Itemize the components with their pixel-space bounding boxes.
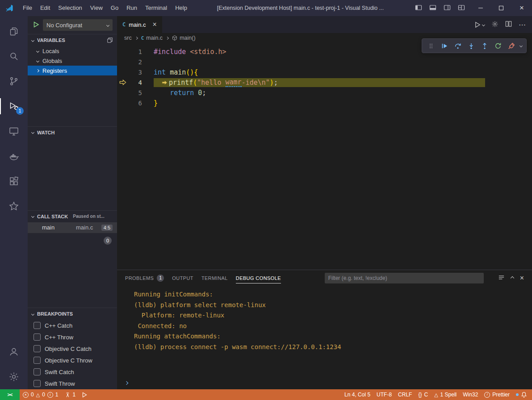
console-input-row[interactable] <box>117 377 532 389</box>
toggle-secondary-sidebar-icon[interactable] <box>444 4 451 12</box>
editor-group: C main.c × ⋯ srcCmain.cmain() <box>117 16 532 389</box>
menu-view[interactable]: View <box>86 0 107 16</box>
code-line[interactable]: 5 return 0; <box>117 88 532 98</box>
ports-status[interactable]: 1 <box>62 389 79 400</box>
status-platform[interactable]: Win32 <box>460 389 481 400</box>
editor-settings-gear-icon[interactable] <box>491 21 498 29</box>
checkbox[interactable] <box>34 333 41 341</box>
panel-tab-debug-console[interactable]: DEBUG CONSOLE <box>236 270 281 286</box>
favorites-star-icon[interactable] <box>0 194 28 219</box>
code-line[interactable]: 4 printf("hello wamr-ide\n"); <box>117 77 532 88</box>
line-number[interactable]: 1 <box>129 48 142 55</box>
line-number[interactable]: 4 <box>129 79 142 86</box>
menu-selection[interactable]: Selection <box>54 0 86 16</box>
call-stack-section-header[interactable]: CALL STACK Paused on st... <box>28 211 117 222</box>
step-out-icon[interactable] <box>478 43 490 52</box>
line-number[interactable]: 6 <box>129 100 142 107</box>
checkbox[interactable] <box>34 357 41 364</box>
debug-config-dropdown[interactable]: No Configurat <box>43 19 113 31</box>
remote-indicator[interactable]: >< <box>0 389 20 400</box>
variables-section-header[interactable]: VARIABLES <box>28 34 117 46</box>
console-options-icon[interactable] <box>498 274 505 282</box>
extensions-icon[interactable] <box>0 169 28 194</box>
menu-run[interactable]: Run <box>122 0 141 16</box>
console-filter-input[interactable] <box>325 273 484 283</box>
tab-close-icon[interactable]: × <box>153 21 157 28</box>
tab-main-c[interactable]: C main.c × <box>117 16 162 33</box>
breadcrumb-main[interactable]: main() <box>172 35 195 41</box>
maximize-panel-icon[interactable] <box>510 276 514 279</box>
variable-group-locals[interactable]: Locals <box>28 46 117 56</box>
code-line[interactable]: 3int main(){ <box>117 67 532 77</box>
breakpoint-swift-throw[interactable]: Swift Throw <box>28 378 117 389</box>
split-editor-icon[interactable] <box>505 21 512 29</box>
variable-group-registers[interactable]: Registers <box>28 66 117 75</box>
settings-gear-icon[interactable] <box>0 364 28 389</box>
code-editor[interactable]: 1#include <stdio.h>23int main(){4 printf… <box>117 43 532 270</box>
customize-layout-icon[interactable] <box>458 4 465 12</box>
continue-icon[interactable] <box>438 43 450 52</box>
problems-status[interactable]: × 0 △ 0 i 1 <box>20 389 62 400</box>
line-number[interactable]: 3 <box>129 69 142 76</box>
chevron-down-icon[interactable] <box>519 44 523 47</box>
toggle-panel-icon[interactable] <box>429 4 436 12</box>
code-line[interactable]: 6} <box>117 98 532 108</box>
status-eol[interactable]: CRLF <box>395 389 415 400</box>
checkbox[interactable] <box>34 322 41 329</box>
status-spell[interactable]: △1 Spell <box>431 389 460 400</box>
restart-icon[interactable] <box>492 43 504 52</box>
menu-help[interactable]: Help <box>171 0 191 16</box>
line-number[interactable]: 2 <box>129 58 142 66</box>
start-debug-icon[interactable] <box>33 21 39 29</box>
breakpoint-c-throw[interactable]: C++ Throw <box>28 331 117 343</box>
disconnect-icon[interactable] <box>505 43 517 52</box>
variable-group-globals[interactable]: Globals <box>28 56 117 66</box>
breakpoint-swift-catch[interactable]: Swift Catch <box>28 366 117 378</box>
run-or-debug-button[interactable] <box>474 21 485 28</box>
menu-file[interactable]: File <box>19 0 36 16</box>
line-number[interactable]: 5 <box>129 89 142 96</box>
breakpoint-c-catch[interactable]: C++ Catch <box>28 320 117 331</box>
breadcrumb-src[interactable]: src <box>124 35 132 41</box>
more-actions-icon[interactable]: ⋯ <box>519 21 526 29</box>
checkbox[interactable] <box>34 380 41 387</box>
status-formatter[interactable]: /Prettier <box>481 389 513 400</box>
maximize-button[interactable] <box>491 0 511 16</box>
breakpoint-glyph-margin[interactable] <box>117 79 129 85</box>
watch-section-header[interactable]: WATCH <box>28 127 117 138</box>
run-and-debug-icon[interactable]: 1 <box>0 94 28 119</box>
toggle-sidebar-icon[interactable] <box>415 4 422 12</box>
step-over-icon[interactable] <box>452 43 464 52</box>
close-panel-icon[interactable]: × <box>520 274 524 282</box>
menu-go[interactable]: Go <box>107 0 122 16</box>
panel-tab-output[interactable]: OUTPUT <box>172 270 193 286</box>
docker-icon[interactable] <box>0 144 28 169</box>
step-into-icon[interactable] <box>465 43 477 52</box>
code-line[interactable]: 2 <box>117 57 532 67</box>
status-cursor-position[interactable]: Ln 4, Col 5 <box>341 389 373 400</box>
status-language-mode[interactable]: {}C <box>415 389 431 400</box>
stack-frame-row[interactable]: main main.c 4:5 <box>28 222 117 233</box>
panel-tab-terminal[interactable]: TERMINAL <box>201 270 228 286</box>
remote-explorer-icon[interactable] <box>0 119 28 144</box>
breadcrumb-main-c[interactable]: Cmain.c <box>141 35 163 41</box>
variables-actions-icon[interactable] <box>107 37 113 43</box>
toolbar-drag-grip[interactable] <box>425 43 437 52</box>
status-encoding[interactable]: UTF-8 <box>373 389 395 400</box>
search-icon[interactable] <box>0 44 28 69</box>
checkbox[interactable] <box>34 345 41 352</box>
close-button[interactable]: × <box>511 0 532 16</box>
explorer-icon[interactable] <box>0 19 28 44</box>
menu-terminal[interactable]: Terminal <box>141 0 171 16</box>
notifications[interactable] <box>513 389 530 400</box>
breakpoint-objective-c-throw[interactable]: Objective C Throw <box>28 354 117 366</box>
panel-tab-problems[interactable]: PROBLEMS1 <box>125 270 164 286</box>
menu-edit[interactable]: Edit <box>36 0 54 16</box>
debug-status-icon[interactable] <box>79 389 91 400</box>
checkbox[interactable] <box>34 368 41 375</box>
minimize-button[interactable] <box>470 0 491 16</box>
breakpoints-section-header[interactable]: BREAKPOINTS <box>28 308 117 320</box>
breakpoint-objective-c-catch[interactable]: Objective C Catch <box>28 343 117 354</box>
account-icon[interactable] <box>0 339 28 364</box>
source-control-icon[interactable] <box>0 69 28 94</box>
